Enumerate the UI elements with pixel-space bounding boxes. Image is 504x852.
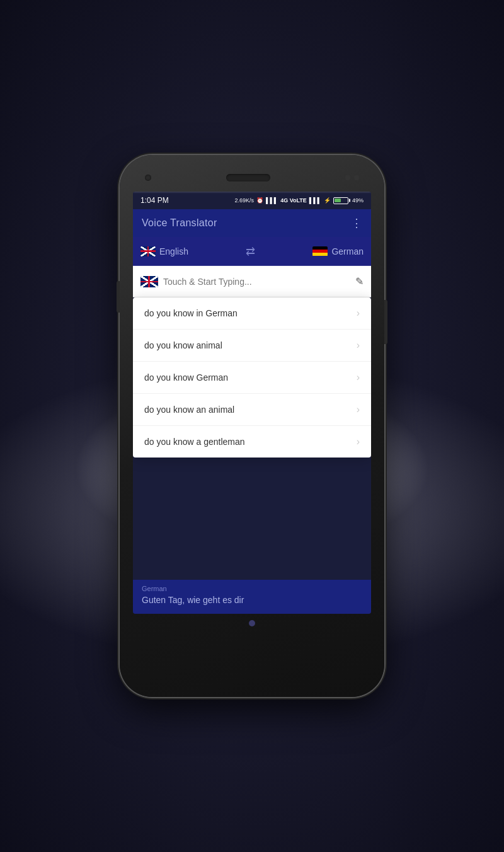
autocomplete-text-4: do you know an animal [144, 405, 234, 415]
autocomplete-item-1[interactable]: do you know in German › [133, 297, 371, 330]
status-right-icons: 2.69K/s ⏰ ▌▌▌ 4G VoLTE ▌▌▌ ⚡ 49% [235, 197, 364, 204]
autocomplete-item-4[interactable]: do you know an animal › [133, 394, 371, 426]
text-input-area[interactable]: ✎ [133, 266, 371, 297]
language-selector-bar: English ⇄ German [133, 237, 371, 266]
translation-lang-label: German [142, 585, 362, 592]
chevron-right-icon-3: › [357, 372, 360, 383]
chevron-right-icon-1: › [357, 308, 360, 319]
battery-fill [335, 199, 340, 202]
clock-status-icon: ⏰ [256, 197, 263, 204]
status-bar: 1:04 PM 2.69K/s ⏰ ▌▌▌ 4G VoLTE ▌▌▌ ⚡ 49% [133, 192, 371, 209]
autocomplete-item-5[interactable]: do you know a gentleman › [133, 426, 371, 458]
autocomplete-text-1: do you know in German [144, 308, 238, 318]
german-flag-icon [312, 246, 328, 256]
phone-device: 1:04 PM 2.69K/s ⏰ ▌▌▌ 4G VoLTE ▌▌▌ ⚡ 49%… [120, 155, 384, 697]
sensor-area [345, 175, 359, 180]
app-title: Voice Translator [142, 217, 217, 229]
translated-text: Guten Tag, wie geht es dir [142, 595, 362, 605]
autocomplete-text-5: do you know a gentleman [144, 437, 245, 447]
chevron-right-icon-2: › [357, 340, 360, 351]
chevron-right-icon-4: › [357, 404, 360, 415]
target-language-selector[interactable]: German [312, 246, 364, 256]
volume-button [117, 281, 120, 313]
edit-icon[interactable]: ✎ [355, 275, 364, 287]
target-language-label: German [331, 246, 364, 256]
network-speed: 2.69K/s [235, 197, 255, 204]
home-indicator-dot[interactable] [249, 620, 255, 626]
translation-input[interactable] [163, 277, 350, 287]
phone-screen: 1:04 PM 2.69K/s ⏰ ▌▌▌ 4G VoLTE ▌▌▌ ⚡ 49%… [133, 192, 371, 614]
input-uk-flag-icon [140, 276, 158, 287]
signal-bars: ▌▌▌ [266, 197, 278, 204]
uk-flag-icon [140, 246, 156, 256]
overflow-menu-icon[interactable]: ⋮ [351, 216, 362, 230]
battery-indicator: 49% [333, 197, 364, 204]
network-type: 4G VoLTE [280, 197, 307, 204]
battery-percent: 49% [352, 197, 364, 204]
autocomplete-item-3[interactable]: do you know German › [133, 362, 371, 394]
ambient-sensor [354, 175, 359, 180]
power-button [384, 300, 387, 344]
chevron-right-icon-5: › [357, 436, 360, 447]
front-camera [145, 175, 151, 181]
phone-top-hardware [120, 166, 384, 189]
source-language-label: English [159, 246, 188, 256]
phone-bottom-nav [249, 620, 255, 626]
app-bar: Voice Translator ⋮ [133, 209, 371, 237]
translation-result-area: German Guten Tag, wie geht es dir [133, 580, 371, 614]
swap-languages-icon[interactable]: ⇄ [246, 245, 255, 258]
autocomplete-dropdown: do you know in German › do you know anim… [133, 297, 371, 458]
proximity-sensor [345, 175, 350, 180]
signal-bars-2: ▌▌▌ [309, 197, 321, 204]
charge-icon: ⚡ [324, 197, 331, 204]
status-time: 1:04 PM [140, 196, 169, 205]
source-language-selector[interactable]: English [140, 246, 188, 256]
earpiece-speaker [226, 174, 270, 181]
autocomplete-text-3: do you know German [144, 372, 228, 383]
autocomplete-text-2: do you know animal [144, 340, 222, 350]
autocomplete-item-2[interactable]: do you know animal › [133, 330, 371, 362]
battery-bar [333, 197, 348, 204]
